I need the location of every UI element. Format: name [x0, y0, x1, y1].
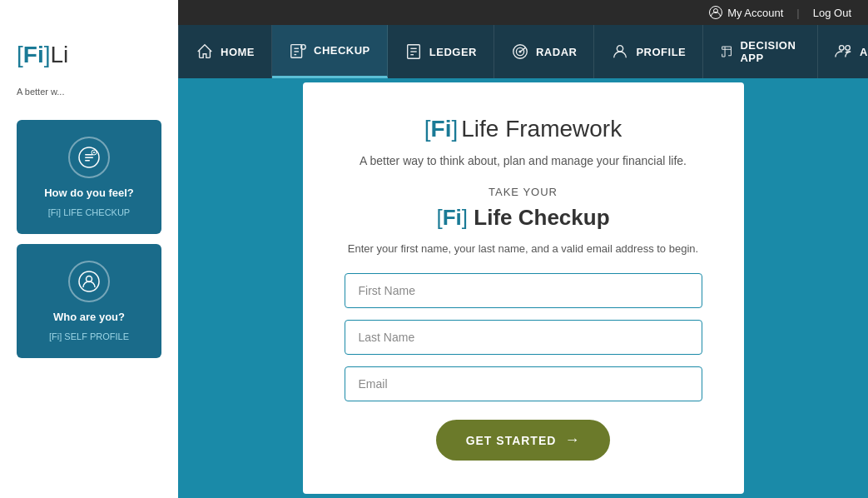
nav-item-checkup[interactable]: CHECKUP	[272, 25, 388, 78]
email-input[interactable]	[345, 366, 702, 401]
svg-point-23	[618, 46, 623, 52]
modal-logo-bracket-close: ]	[451, 116, 458, 142]
modal-checkup-fi: Fi	[443, 205, 462, 230]
nav-item-decision-app[interactable]: DECISION APP	[703, 25, 818, 78]
sidebar-logo: [Fi]Li	[17, 42, 161, 68]
modal-logo-bracket-open: [	[424, 116, 431, 142]
nav-decision-app-label: DECISION APP	[740, 39, 801, 64]
nav-radar-label: RADAR	[536, 46, 577, 58]
last-name-input[interactable]	[345, 320, 702, 355]
svg-rect-3	[85, 160, 90, 162]
sidebar-card-checkup-link: [Fi] LIFE CHECKUP	[48, 207, 130, 217]
top-bar-divider: |	[796, 7, 799, 19]
modal-checkup-suffix: Life Checkup	[468, 205, 609, 230]
profile-card-icon	[68, 261, 110, 302]
modal-checkup-bracket-open: [	[436, 205, 442, 230]
modal-checkup-title: [Fi] Life Checkup	[436, 205, 609, 231]
nav-profile-label: PROFILE	[636, 46, 686, 58]
modal-instruction: Enter your first name, your last name, a…	[348, 242, 698, 255]
svg-rect-2	[85, 157, 93, 159]
sidebar-logo-fi: Fi	[23, 42, 44, 67]
first-name-input[interactable]	[345, 273, 702, 308]
my-account-button[interactable]: My Account	[709, 6, 783, 19]
main-content: [Fi]Life Framework A better way to think…	[178, 78, 868, 498]
nav-item-ledger[interactable]: LEDGER	[388, 25, 494, 78]
svg-point-25	[846, 46, 851, 51]
get-started-button[interactable]: GET STARTED →	[436, 420, 611, 461]
sidebar-logo-li: Li	[50, 42, 68, 67]
checkup-card-icon	[68, 137, 110, 178]
nav-item-home[interactable]: HOME	[178, 25, 272, 78]
nav-checkup-label: CHECKUP	[314, 44, 370, 57]
svg-point-24	[840, 46, 845, 51]
logout-button[interactable]: Log Out	[813, 7, 851, 19]
arrow-right-icon: →	[564, 431, 580, 449]
modal-logo-life-framework: Life Framework	[461, 116, 622, 142]
nav-ledger-label: LEDGER	[429, 46, 477, 58]
sidebar-logo-bracket: [	[17, 42, 23, 67]
nav-advisor-label: ADVISOR	[860, 46, 868, 58]
nav-item-radar[interactable]: RADAR	[494, 25, 594, 78]
sidebar-card-profile[interactable]: Who are you? [Fi] SELF PROFILE	[17, 244, 161, 358]
nav-item-advisor[interactable]: ADVISOR	[818, 25, 868, 78]
sidebar-card-profile-link: [Fi] SELF PROFILE	[49, 331, 129, 341]
modal-checkup-bracket-close: ]	[462, 205, 468, 230]
checkup-modal: [Fi]Life Framework A better way to think…	[303, 82, 744, 494]
get-started-label: GET STARTED	[466, 434, 557, 447]
sidebar: [Fi]Li A better w... How do you feel? [F…	[0, 0, 178, 498]
modal-tagline: A better way to think about, plan and ma…	[360, 154, 687, 167]
sidebar-card-checkup-title: How do you feel?	[44, 187, 134, 199]
my-account-label: My Account	[727, 7, 783, 19]
sidebar-card-profile-title: Who are you?	[53, 311, 125, 323]
top-bar: My Account | Log Out	[178, 0, 868, 25]
nav-home-label: HOME	[221, 46, 255, 58]
sidebar-card-checkup[interactable]: How do you feel? [Fi] LIFE CHECKUP	[17, 120, 161, 234]
modal-take-your: TAKE YOUR	[489, 186, 558, 198]
svg-point-5	[93, 152, 95, 153]
nav-item-profile[interactable]: PROFILE	[594, 25, 703, 78]
nav-bar: HOME CHECKUP LEDGER RADAR	[178, 25, 868, 78]
sidebar-tagline: A better w...	[17, 87, 161, 97]
modal-logo-fi: Fi	[431, 116, 452, 142]
modal-logo: [Fi]Life Framework	[424, 116, 622, 142]
